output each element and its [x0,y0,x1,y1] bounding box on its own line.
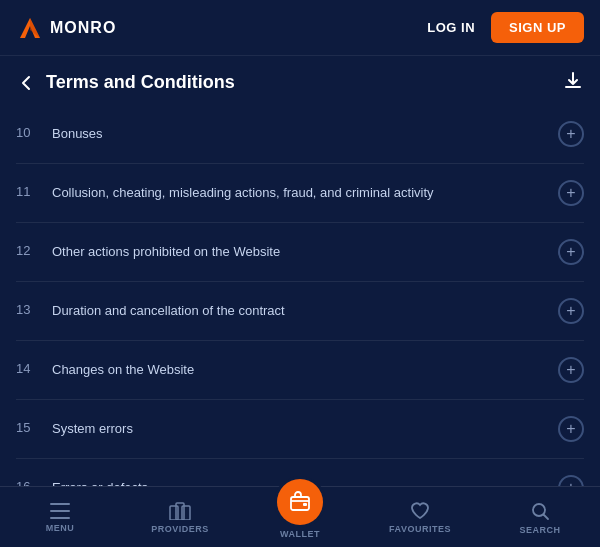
term-label: Errors or defects [52,479,148,486]
app-header: MONRO LOG IN SIGN UP [0,0,600,56]
page-header: Terms and Conditions [0,56,600,105]
search-icon [530,501,550,521]
term-left: 14 Changes on the Website [16,361,194,379]
svg-rect-4 [50,517,70,519]
term-left: 13 Duration and cancellation of the cont… [16,302,285,320]
download-icon [562,70,584,92]
expand-button[interactable]: + [558,239,584,265]
svg-rect-3 [50,510,70,512]
logo-icon [16,14,44,42]
term-left: 10 Bonuses [16,125,103,143]
nav-wallet[interactable]: WALLET [240,487,360,547]
page-title: Terms and Conditions [46,72,235,93]
favourites-label: FAVOURITES [389,524,451,534]
expand-button[interactable]: + [558,180,584,206]
term-label: Bonuses [52,125,103,143]
bottom-nav: MENU PROVIDERS WALLET FAVOURITES [0,486,600,547]
term-left: 15 System errors [16,420,133,438]
term-number: 11 [16,184,38,199]
svg-rect-2 [50,503,70,505]
term-left: 12 Other actions prohibited on the Websi… [16,243,280,261]
providers-icon [169,502,191,520]
term-label: Duration and cancellation of the contrac… [52,302,285,320]
term-number: 15 [16,420,38,435]
menu-icon [50,503,70,519]
term-item: 15 System errors + [16,400,584,459]
term-label: Other actions prohibited on the Website [52,243,280,261]
page-header-left: Terms and Conditions [16,72,235,93]
term-left: 11 Collusion, cheating, misleading actio… [16,184,434,202]
svg-rect-7 [182,506,190,520]
wallet-icon [289,491,311,513]
search-label: SEARCH [519,525,560,535]
term-number: 10 [16,125,38,140]
wallet-label: WALLET [280,529,320,539]
expand-button[interactable]: + [558,121,584,147]
download-button[interactable] [562,70,584,95]
heart-icon [410,502,430,520]
term-label: System errors [52,420,133,438]
header-actions: LOG IN SIGN UP [427,12,584,43]
term-number: 12 [16,243,38,258]
nav-search[interactable]: SEARCH [480,491,600,543]
logo-area: MONRO [16,14,116,42]
term-item: 13 Duration and cancellation of the cont… [16,282,584,341]
back-icon [16,73,36,93]
term-number: 13 [16,302,38,317]
term-left: 16 Errors or defects [16,479,148,486]
expand-button[interactable]: + [558,298,584,324]
svg-rect-5 [170,506,178,520]
providers-label: PROVIDERS [151,524,209,534]
expand-button[interactable]: + [558,357,584,383]
logo-text: MONRO [50,19,116,37]
wallet-circle [277,479,323,525]
nav-menu[interactable]: MENU [0,493,120,541]
term-label: Collusion, cheating, misleading actions,… [52,184,434,202]
term-number: 16 [16,479,38,486]
term-item: 12 Other actions prohibited on the Websi… [16,223,584,282]
back-button[interactable] [16,73,36,93]
term-item: 11 Collusion, cheating, misleading actio… [16,164,584,223]
expand-button[interactable]: + [558,475,584,486]
signup-button[interactable]: SIGN UP [491,12,584,43]
term-item: 14 Changes on the Website + [16,341,584,400]
login-button[interactable]: LOG IN [427,20,475,35]
term-number: 14 [16,361,38,376]
expand-button[interactable]: + [558,416,584,442]
nav-providers[interactable]: PROVIDERS [120,492,240,542]
svg-rect-9 [303,503,307,506]
nav-favourites[interactable]: FAVOURITES [360,492,480,542]
terms-list: 10 Bonuses + 11 Collusion, cheating, mis… [0,105,600,486]
term-item: 10 Bonuses + [16,105,584,164]
term-label: Changes on the Website [52,361,194,379]
menu-label: MENU [46,523,75,533]
